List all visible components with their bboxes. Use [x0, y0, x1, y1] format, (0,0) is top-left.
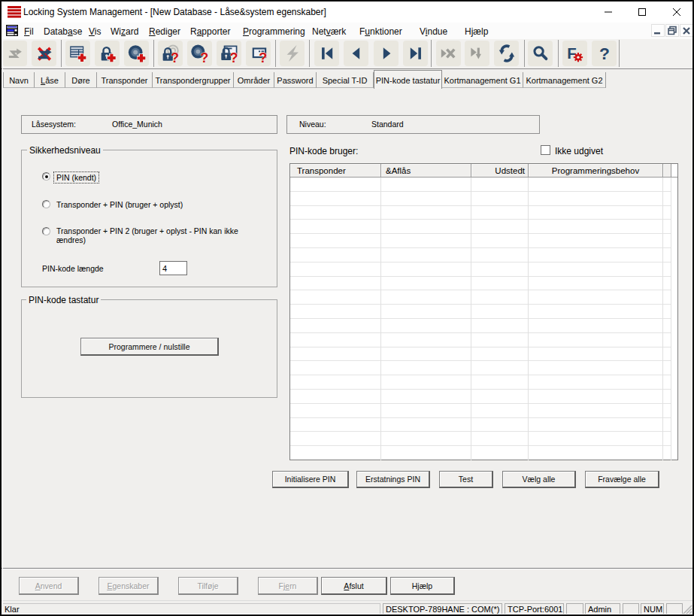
svg-text:F: F [567, 45, 576, 62]
svg-text:?: ? [259, 50, 267, 62]
svg-text:?: ? [200, 50, 208, 62]
svg-text:?: ? [171, 50, 179, 62]
svg-text:?: ? [229, 50, 238, 62]
svg-text:?: ? [599, 44, 610, 62]
